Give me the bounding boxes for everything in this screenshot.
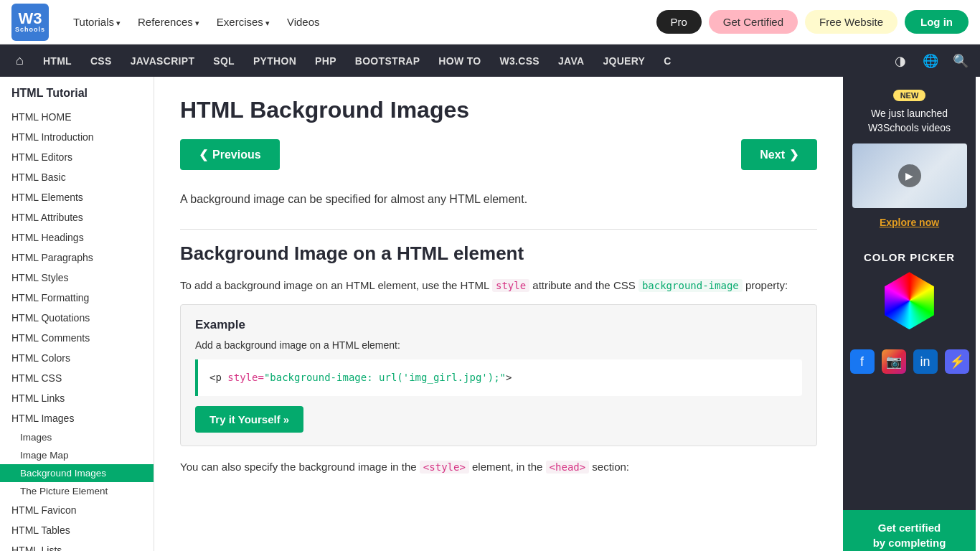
sidebar-subitem-images[interactable]: Images [0, 428, 154, 446]
sidebar-item-attributes[interactable]: HTML Attributes [0, 207, 154, 227]
example-sub: Add a background image on a HTML element… [195, 339, 802, 351]
sidebar: HTML Tutorial HTML HOME HTML Introductio… [0, 77, 154, 551]
sidebar-item-paragraphs[interactable]: HTML Paragraphs [0, 248, 154, 268]
intro-text: A background image can be specified for … [180, 190, 817, 209]
code-tag-open: <p [209, 372, 227, 383]
nav-html[interactable]: HTML [34, 44, 81, 77]
sidebar-item-formatting[interactable]: HTML Formatting [0, 288, 154, 308]
nav-howto[interactable]: HOW TO [429, 44, 490, 77]
nav-php[interactable]: PHP [306, 44, 346, 77]
sidebar-item-links[interactable]: HTML Links [0, 388, 154, 408]
example-box: Example Add a background image on a HTML… [180, 304, 817, 446]
nav-references[interactable]: References [131, 11, 207, 32]
sidebar-item-basic[interactable]: HTML Basic [0, 167, 154, 187]
sidebar-item-html-home[interactable]: HTML HOME [0, 107, 154, 127]
code-attr: style= [227, 372, 264, 383]
social-icons: f 📷 in ⚡ [850, 349, 969, 374]
color-picker-section: COLOR PICKER [843, 241, 976, 349]
bottom-text-1: You can also specify the background imag… [180, 461, 420, 473]
facebook-icon[interactable]: f [850, 349, 875, 374]
main-nav-right-icons: ◑ 🌐 🔍 [887, 47, 974, 75]
sidebar-item-comments[interactable]: HTML Comments [0, 328, 154, 348]
section-text-1: To add a background image on an HTML ele… [180, 279, 492, 291]
get-certified-button[interactable]: Get Certified [709, 10, 798, 34]
next-button[interactable]: Next ❯ [741, 139, 817, 170]
pro-button[interactable]: Pro [656, 10, 702, 34]
instagram-icon[interactable]: 📷 [882, 349, 906, 374]
page-layout: HTML Tutorial HTML HOME HTML Introductio… [0, 77, 980, 551]
page-title: HTML Background Images [180, 97, 817, 123]
sidebar-item-colors[interactable]: HTML Colors [0, 348, 154, 368]
get-certified-text: Get certifiedby completing [852, 520, 967, 550]
bottom-text-2: element, in the [472, 461, 546, 473]
search-icon[interactable]: 🔍 [947, 47, 974, 75]
code-style: style [492, 279, 529, 292]
sidebar-item-images[interactable]: HTML Images [0, 408, 154, 428]
nav-w3css[interactable]: W3.CSS [490, 44, 548, 77]
section-description: To add a background image on an HTML ele… [180, 276, 817, 295]
nav-tutorials[interactable]: Tutorials [66, 11, 128, 32]
main-navigation: ⌂ HTML CSS JAVASCRIPT SQL PYTHON PHP BOO… [0, 44, 980, 77]
new-badge: NEW [893, 90, 926, 101]
prev-label: Previous [212, 149, 261, 161]
code-style-tag: <style> [420, 461, 469, 474]
explore-link[interactable]: Explore now [880, 217, 939, 228]
nav-python[interactable]: PYTHON [244, 44, 306, 77]
home-icon[interactable]: ⌂ [6, 44, 34, 77]
sidebar-subitem-picture-element[interactable]: The Picture Element [0, 482, 154, 500]
sidebar-item-tables[interactable]: HTML Tables [0, 520, 154, 540]
sidebar-item-introduction[interactable]: HTML Introduction [0, 127, 154, 147]
sidebar-subitem-image-map[interactable]: Image Map [0, 446, 154, 464]
sidebar-item-quotations[interactable]: HTML Quotations [0, 308, 154, 328]
top-nav-links: Tutorials References Exercises Videos [66, 11, 327, 32]
try-it-yourself-button[interactable]: Try it Yourself » [195, 406, 303, 433]
sidebar-item-lists[interactable]: HTML Lists [0, 540, 154, 551]
promo-text: We just launched W3Schools videos [843, 107, 976, 143]
globe-icon[interactable]: 🌐 [917, 47, 944, 75]
sidebar-item-headings[interactable]: HTML Headings [0, 227, 154, 248]
color-wheel[interactable] [881, 272, 938, 329]
next-arrow: ❯ [789, 148, 798, 161]
sidebar-item-elements[interactable]: HTML Elements [0, 187, 154, 207]
w3schools-logo[interactable]: W3 Schools [11, 4, 49, 41]
sidebar-item-editors[interactable]: HTML Editors [0, 147, 154, 167]
sidebar-subitem-background-images[interactable]: Background Images [0, 464, 154, 482]
color-picker-title: COLOR PICKER [864, 251, 955, 263]
linkedin-icon[interactable]: in [913, 349, 938, 374]
login-button[interactable]: Log in [905, 10, 969, 34]
sidebar-item-styles[interactable]: HTML Styles [0, 268, 154, 288]
nav-sql[interactable]: SQL [204, 44, 244, 77]
next-label: Next [760, 149, 785, 161]
contrast-icon[interactable]: ◑ [887, 47, 914, 75]
logo-w3: W3 [19, 11, 42, 27]
main-content: HTML Background Images ❮ Previous Next ❯… [154, 77, 843, 551]
free-website-button[interactable]: Free Website [805, 10, 897, 34]
sidebar-item-css[interactable]: HTML CSS [0, 368, 154, 388]
section-text-3: property: [745, 279, 788, 291]
nav-css[interactable]: CSS [81, 44, 121, 77]
prev-button[interactable]: ❮ Previous [180, 139, 280, 170]
get-certified-box: Get certifiedby completing [843, 510, 976, 551]
nav-c[interactable]: C [654, 44, 680, 77]
nav-exercises[interactable]: Exercises [209, 11, 277, 32]
divider [180, 229, 817, 230]
nav-buttons: ❮ Previous Next ❯ [180, 139, 817, 170]
section-text-2: attribute and the CSS [532, 279, 639, 291]
nav-videos[interactable]: Videos [280, 11, 327, 32]
play-button[interactable]: ▶ [898, 164, 921, 187]
nav-bootstrap[interactable]: BOOTSTRAP [346, 44, 430, 77]
nav-javascript[interactable]: JAVASCRIPT [121, 44, 204, 77]
nav-jquery[interactable]: JQUERY [593, 44, 654, 77]
video-thumbnail[interactable]: ▶ [852, 143, 967, 208]
top-navigation: W3 Schools Tutorials References Exercise… [0, 0, 980, 44]
discord-icon[interactable]: ⚡ [945, 349, 969, 374]
logo-box: W3 Schools [11, 4, 49, 41]
right-sidebar: NEW We just launched W3Schools videos ▶ … [843, 77, 976, 551]
sidebar-item-favicon[interactable]: HTML Favicon [0, 500, 154, 520]
code-val: "background-image: url('img_girl.jpg');" [264, 372, 506, 383]
example-label: Example [195, 318, 802, 332]
nav-java[interactable]: JAVA [549, 44, 593, 77]
sidebar-title: HTML Tutorial [0, 77, 154, 107]
section-title: Background Image on a HTML element [180, 242, 817, 265]
code-block: <p style="background-image: url('img_gir… [195, 359, 802, 395]
